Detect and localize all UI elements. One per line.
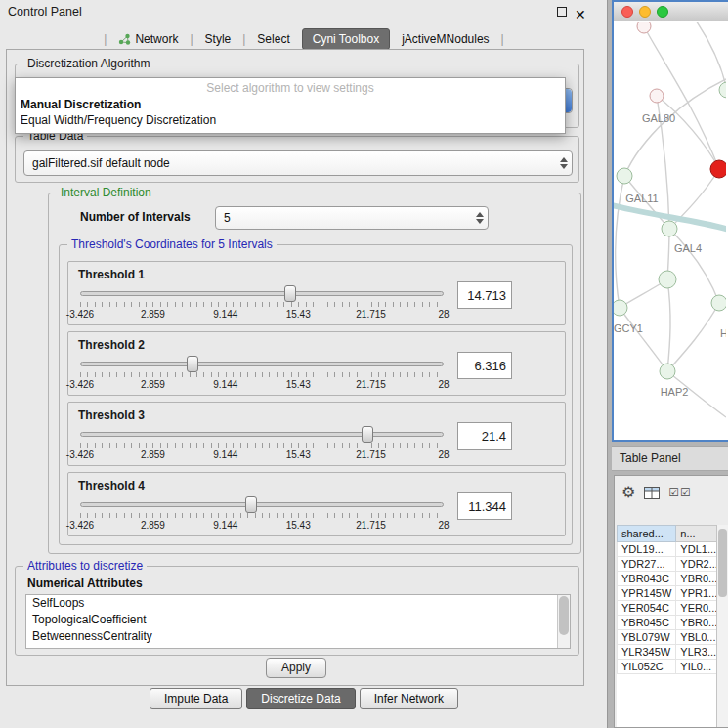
slider-track[interactable] <box>80 362 444 366</box>
slider-track[interactable] <box>80 432 444 437</box>
table-cell[interactable]: YER0... <box>676 601 716 616</box>
threshold-4-slider[interactable]: -3.4262.8599.14415.4321.71528 <box>80 496 444 534</box>
discretization-algorithm-group-title: Discretization Algorithm <box>23 57 153 70</box>
slider-thumb[interactable] <box>245 496 257 513</box>
list-scrollbar-thumb[interactable] <box>559 596 569 635</box>
network-view-window[interactable]: GAL80 GAL11 GAL4 GCY1 HAP2 H <box>612 0 728 442</box>
tab-infer-network[interactable]: Infer Network <box>360 688 458 709</box>
threshold-4-block: Threshold 4 -3.4262.8599.14415.4321.7152… <box>67 472 566 536</box>
table-cell[interactable]: YBR0... <box>676 616 716 630</box>
node-label-hap2: HAP2 <box>661 386 689 398</box>
table-data-group: Table Data galFiltered.sif default node <box>15 136 579 183</box>
threshold-3-slider[interactable]: -3.4262.8599.14415.4321.71528 <box>80 426 444 463</box>
table-cell[interactable]: YDR2... <box>676 557 716 572</box>
tab-separator: | <box>501 32 504 46</box>
table-row[interactable]: YER054CYER0... <box>618 601 717 616</box>
tab-discretize-data[interactable]: Discretize Data <box>246 688 355 709</box>
network-graph[interactable]: GAL80 GAL11 GAL4 GCY1 HAP2 H <box>614 22 726 440</box>
threshold-2-value-field[interactable]: 6.316 <box>457 352 512 379</box>
slider-thumb[interactable] <box>187 356 198 372</box>
threshold-3-value-field[interactable]: 21.4 <box>457 422 512 450</box>
list-item-betweennesscentrality[interactable]: BetweennessCentrality <box>26 628 570 645</box>
table-row[interactable]: YBL079WYBL0... <box>618 630 717 645</box>
zoom-window-icon[interactable] <box>657 6 668 18</box>
table-cell[interactable]: YBR0... <box>676 572 716 586</box>
tab-style[interactable]: Style <box>200 30 236 48</box>
network-node[interactable] <box>660 364 675 379</box>
list-item-topologicalcoefficient[interactable]: TopologicalCoefficient <box>26 612 570 628</box>
slider-thumb[interactable] <box>284 285 296 302</box>
network-node[interactable] <box>637 22 651 33</box>
network-canvas[interactable]: GAL80 GAL11 GAL4 GCY1 HAP2 H <box>614 22 728 440</box>
tab-select[interactable]: Select <box>252 30 294 48</box>
network-node[interactable] <box>617 168 632 184</box>
network-node[interactable] <box>614 300 627 316</box>
float-panel-icon[interactable] <box>557 7 567 17</box>
dropdown-item-equal-width-frequency[interactable]: Equal Width/Frequency Discretization <box>16 112 565 128</box>
threshold-4-value-field[interactable]: 11.344 <box>457 492 512 520</box>
table-row[interactable]: YIL052CYIL0... <box>618 660 717 674</box>
tab-jactivemnodules[interactable]: jActiveMNodules <box>397 30 493 48</box>
table-row[interactable]: YBR043CYBR0... <box>618 572 717 586</box>
dropdown-item-manual-discretization[interactable]: Manual Discretization <box>16 97 565 112</box>
tab-network[interactable]: Network <box>113 30 183 48</box>
tab-cyni-toolbox[interactable]: Cyni Toolbox <box>302 28 390 50</box>
table-cell[interactable]: YBR045C <box>618 616 676 630</box>
table-cell[interactable]: YDR27... <box>618 557 676 572</box>
tab-impute-data[interactable]: Impute Data <box>150 688 242 709</box>
combo-arrows-icon[interactable] <box>555 151 572 175</box>
threshold-2-slider[interactable]: -3.4262.8599.14415.4321.71528 <box>80 356 444 393</box>
table-cell[interactable]: YBL0... <box>676 630 716 645</box>
close-window-icon[interactable] <box>621 6 633 18</box>
threshold-1-value-field[interactable]: 14.713 <box>457 281 512 309</box>
network-node[interactable] <box>719 82 726 98</box>
table-scrollbar-thumb[interactable] <box>718 529 727 597</box>
network-node[interactable] <box>659 271 676 288</box>
network-node[interactable] <box>650 89 664 103</box>
table-cell[interactable]: YIL0... <box>676 660 716 674</box>
table-row[interactable]: YPR145WYPR1... <box>618 586 717 601</box>
table-cell[interactable]: YLR3... <box>676 645 716 660</box>
network-window-titlebar[interactable] <box>614 2 728 21</box>
number-of-intervals-combobox[interactable]: 5 <box>215 206 489 230</box>
column-header-shared-name[interactable]: shared... <box>618 526 676 542</box>
column-header-name[interactable]: n... <box>676 526 716 542</box>
table-cell[interactable]: YPR1... <box>676 586 716 601</box>
table-cell[interactable]: YLR345W <box>618 645 676 660</box>
table-row[interactable]: YLR345WYLR3... <box>618 645 717 660</box>
threshold-1-label: Threshold 1 <box>78 268 145 281</box>
close-panel-icon[interactable]: ✕ <box>575 3 586 26</box>
threshold-1-slider[interactable]: -3.4262.8599.14415.4321.71528 <box>80 285 444 322</box>
table-cell[interactable]: YPR145W <box>618 586 676 601</box>
slider-tick-label: 21.715 <box>356 379 386 390</box>
table-row[interactable]: YBR045CYBR0... <box>618 616 717 630</box>
minimize-window-icon[interactable] <box>639 6 651 18</box>
select-columns-checkboxes-icon[interactable]: ☑☑ <box>668 486 692 499</box>
table-cell[interactable]: YBR043C <box>618 572 676 586</box>
columns-icon[interactable] <box>644 487 660 499</box>
table-cell[interactable]: YER054C <box>618 601 676 616</box>
slider-tick-labels: -3.4262.8599.14415.4321.71528 <box>80 379 444 391</box>
network-node[interactable] <box>662 221 677 236</box>
table-scrollbar[interactable] <box>716 525 728 727</box>
network-node[interactable] <box>711 295 726 311</box>
table-data-combobox[interactable]: galFiltered.sif default node <box>23 150 573 176</box>
combo-arrows-icon[interactable] <box>471 207 488 229</box>
table-panel-toolbar: ⚙ ☑☑ <box>615 476 728 509</box>
table-cell[interactable]: YIL052C <box>618 660 676 674</box>
table-cell[interactable]: YBL079W <box>618 630 676 645</box>
slider-track[interactable] <box>80 502 444 507</box>
selected-red-node[interactable] <box>710 160 726 178</box>
table-settings-gear-icon[interactable]: ⚙ <box>621 485 635 500</box>
slider-thumb[interactable] <box>362 426 373 443</box>
table-row[interactable]: YDL19...YDL1... <box>618 542 717 557</box>
list-scrollbar[interactable] <box>557 595 570 648</box>
list-item-selfloops[interactable]: SelfLoops <box>26 595 570 612</box>
table-cell[interactable]: YDL19... <box>618 542 676 557</box>
apply-button[interactable]: Apply <box>266 658 326 678</box>
table-cell[interactable]: YDL1... <box>676 542 716 557</box>
table-row[interactable]: YDR27...YDR2... <box>618 557 717 572</box>
slider-tick-label: 9.144 <box>213 520 237 531</box>
slider-track[interactable] <box>80 291 444 296</box>
slider-ticks <box>80 372 444 377</box>
